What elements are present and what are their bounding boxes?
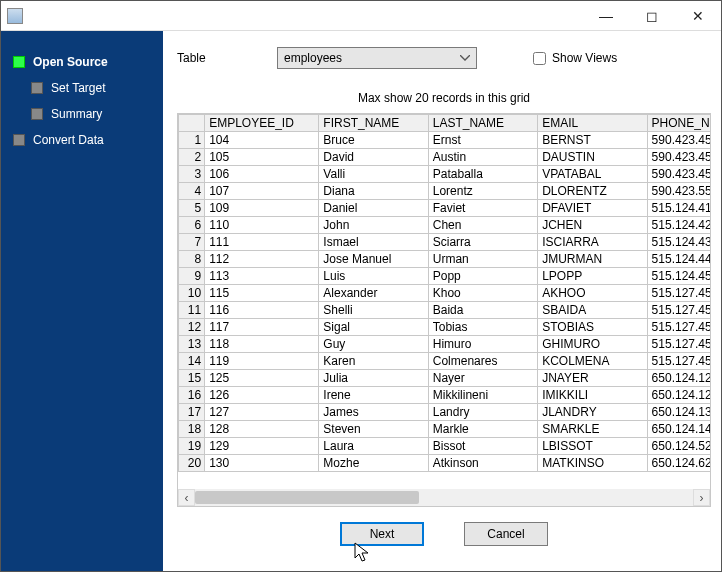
table-row[interactable]: 1104BruceErnstBERNST590.423.45681899/1 bbox=[179, 132, 711, 149]
table-cell[interactable]: 128 bbox=[205, 421, 319, 438]
maximize-button[interactable]: ◻ bbox=[629, 1, 675, 30]
table-cell[interactable]: 117 bbox=[205, 319, 319, 336]
table-combobox[interactable]: employees bbox=[277, 47, 477, 69]
table-row[interactable]: 4107DianaLorentzDLORENTZ590.423.55671899… bbox=[179, 183, 711, 200]
table-cell[interactable]: JMURMAN bbox=[538, 251, 647, 268]
table-cell[interactable]: 111 bbox=[205, 234, 319, 251]
table-cell[interactable]: 107 bbox=[205, 183, 319, 200]
table-cell[interactable]: Lorentz bbox=[428, 183, 537, 200]
table-cell[interactable]: GHIMURO bbox=[538, 336, 647, 353]
table-cell[interactable]: 590.423.4560 bbox=[647, 166, 710, 183]
table-cell[interactable]: 112 bbox=[205, 251, 319, 268]
table-cell[interactable]: Urman bbox=[428, 251, 537, 268]
table-cell[interactable]: 104 bbox=[205, 132, 319, 149]
minimize-button[interactable]: — bbox=[583, 1, 629, 30]
show-views-input[interactable] bbox=[533, 52, 546, 65]
table-cell[interactable]: JLANDRY bbox=[538, 404, 647, 421]
table-cell[interactable]: Chen bbox=[428, 217, 537, 234]
table-cell[interactable]: 110 bbox=[205, 217, 319, 234]
table-cell[interactable]: 515.124.4269 bbox=[647, 217, 710, 234]
table-row[interactable]: 8112Jose ManuelUrmanJMURMAN515.124.44691… bbox=[179, 251, 711, 268]
table-cell[interactable]: BERNST bbox=[538, 132, 647, 149]
table-cell[interactable]: ISCIARRA bbox=[538, 234, 647, 251]
table-cell[interactable]: Sigal bbox=[319, 319, 428, 336]
column-header[interactable]: FIRST_NAME bbox=[319, 115, 428, 132]
show-views-checkbox[interactable]: Show Views bbox=[533, 51, 617, 65]
table-cell[interactable]: VPATABAL bbox=[538, 166, 647, 183]
table-cell[interactable]: 590.423.4569 bbox=[647, 149, 710, 166]
table-cell[interactable]: STOBIAS bbox=[538, 319, 647, 336]
table-row[interactable]: 17127JamesLandryJLANDRY650.124.13341899/… bbox=[179, 404, 711, 421]
table-cell[interactable]: DFAVIET bbox=[538, 200, 647, 217]
table-row[interactable]: 20130MozheAtkinsonMATKINSO650.124.623418… bbox=[179, 455, 711, 472]
scroll-track[interactable] bbox=[195, 489, 693, 506]
table-cell[interactable]: Khoo bbox=[428, 285, 537, 302]
step-convert-data[interactable]: Convert Data bbox=[1, 127, 163, 153]
table-cell[interactable]: 590.423.4568 bbox=[647, 132, 710, 149]
table-cell[interactable]: 115 bbox=[205, 285, 319, 302]
table-cell[interactable]: Sciarra bbox=[428, 234, 537, 251]
horizontal-scrollbar[interactable]: ‹ › bbox=[178, 489, 710, 506]
table-cell[interactable]: Julia bbox=[319, 370, 428, 387]
table-cell[interactable]: Guy bbox=[319, 336, 428, 353]
table-cell[interactable]: James bbox=[319, 404, 428, 421]
table-cell[interactable]: 515.127.4562 bbox=[647, 285, 710, 302]
table-cell[interactable]: DAUSTIN bbox=[538, 149, 647, 166]
close-button[interactable]: ✕ bbox=[675, 1, 721, 30]
table-cell[interactable]: AKHOO bbox=[538, 285, 647, 302]
table-cell[interactable]: LPOPP bbox=[538, 268, 647, 285]
table-cell[interactable]: 515.124.4469 bbox=[647, 251, 710, 268]
table-cell[interactable]: 109 bbox=[205, 200, 319, 217]
table-row[interactable]: 10115AlexanderKhooAKHOO515.127.45621899/… bbox=[179, 285, 711, 302]
table-cell[interactable]: SMARKLE bbox=[538, 421, 647, 438]
table-cell[interactable]: 515.127.4566 bbox=[647, 353, 710, 370]
table-cell[interactable]: Daniel bbox=[319, 200, 428, 217]
table-cell[interactable]: Nayer bbox=[428, 370, 537, 387]
column-header[interactable]: LAST_NAME bbox=[428, 115, 537, 132]
table-row[interactable]: 6110JohnChenJCHEN515.124.42691899/1 bbox=[179, 217, 711, 234]
table-row[interactable]: 16126IreneMikkilineniIMIKKILI650.124.122… bbox=[179, 387, 711, 404]
table-cell[interactable]: Himuro bbox=[428, 336, 537, 353]
table-cell[interactable]: Ismael bbox=[319, 234, 428, 251]
table-cell[interactable]: 126 bbox=[205, 387, 319, 404]
table-cell[interactable]: Atkinson bbox=[428, 455, 537, 472]
table-cell[interactable]: 515.127.4563 bbox=[647, 302, 710, 319]
table-cell[interactable]: Laura bbox=[319, 438, 428, 455]
table-cell[interactable]: 116 bbox=[205, 302, 319, 319]
table-cell[interactable]: 130 bbox=[205, 455, 319, 472]
step-set-target[interactable]: Set Target bbox=[1, 75, 163, 101]
table-row[interactable]: 19129LauraBissotLBISSOT650.124.52341899/… bbox=[179, 438, 711, 455]
table-cell[interactable]: 105 bbox=[205, 149, 319, 166]
table-cell[interactable]: 119 bbox=[205, 353, 319, 370]
table-cell[interactable]: Tobias bbox=[428, 319, 537, 336]
table-cell[interactable]: 650.124.1214 bbox=[647, 370, 710, 387]
table-row[interactable]: 7111IsmaelSciarraISCIARRA515.124.4369189… bbox=[179, 234, 711, 251]
table-row[interactable]: 13118GuyHimuroGHIMURO515.127.45651899/1 bbox=[179, 336, 711, 353]
table-cell[interactable]: Austin bbox=[428, 149, 537, 166]
table-cell[interactable]: 118 bbox=[205, 336, 319, 353]
table-cell[interactable]: Diana bbox=[319, 183, 428, 200]
table-cell[interactable]: 650.124.5234 bbox=[647, 438, 710, 455]
table-cell[interactable]: Bissot bbox=[428, 438, 537, 455]
table-cell[interactable]: Mikkilineni bbox=[428, 387, 537, 404]
table-cell[interactable]: Irene bbox=[319, 387, 428, 404]
table-cell[interactable]: DLORENTZ bbox=[538, 183, 647, 200]
table-cell[interactable]: IMIKKILI bbox=[538, 387, 647, 404]
table-cell[interactable]: Alexander bbox=[319, 285, 428, 302]
table-cell[interactable]: 650.124.1334 bbox=[647, 404, 710, 421]
table-row[interactable]: 2105DavidAustinDAUSTIN590.423.45691899/1 bbox=[179, 149, 711, 166]
table-cell[interactable]: 106 bbox=[205, 166, 319, 183]
table-row[interactable]: 14119KarenColmenaresKCOLMENA515.127.4566… bbox=[179, 353, 711, 370]
table-cell[interactable]: Ernst bbox=[428, 132, 537, 149]
table-cell[interactable]: 515.124.4369 bbox=[647, 234, 710, 251]
table-cell[interactable]: 125 bbox=[205, 370, 319, 387]
table-cell[interactable]: MATKINSO bbox=[538, 455, 647, 472]
table-cell[interactable]: Colmenares bbox=[428, 353, 537, 370]
column-header[interactable]: EMPLOYEE_ID bbox=[205, 115, 319, 132]
table-cell[interactable]: 127 bbox=[205, 404, 319, 421]
table-cell[interactable]: JNAYER bbox=[538, 370, 647, 387]
table-cell[interactable]: David bbox=[319, 149, 428, 166]
table-cell[interactable]: LBISSOT bbox=[538, 438, 647, 455]
table-cell[interactable]: 129 bbox=[205, 438, 319, 455]
table-row[interactable]: 9113LuisPoppLPOPP515.124.45671899/1 bbox=[179, 268, 711, 285]
